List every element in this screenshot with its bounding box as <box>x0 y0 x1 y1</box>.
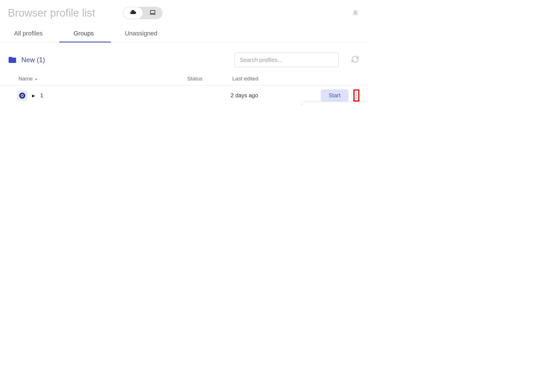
last-edited-cell: 2 days ago <box>231 92 298 99</box>
column-name[interactable]: Name ▲ <box>19 76 187 82</box>
group-folder[interactable]: New (1) <box>8 55 45 64</box>
search-wrap <box>235 53 339 67</box>
toolbar: New (1) <box>0 42 367 72</box>
row-menu-button[interactable] <box>353 89 359 102</box>
tab-groups[interactable]: Groups <box>59 25 111 42</box>
column-name-label: Name <box>19 76 33 82</box>
column-status[interactable]: Status <box>187 76 232 82</box>
profile-cell[interactable]: ▶ 1 <box>17 90 186 101</box>
tab-unassigned[interactable]: Unassigned <box>111 25 174 42</box>
more-icon <box>356 92 357 99</box>
page-title: Browser profile list <box>8 7 95 19</box>
svg-rect-0 <box>150 10 155 13</box>
tab-all-profiles[interactable]: All profiles <box>0 25 59 42</box>
folder-icon <box>8 55 17 64</box>
cloud-icon <box>130 9 136 17</box>
table-header: Name ▲ Status Last edited <box>0 72 367 85</box>
svg-point-3 <box>21 95 23 96</box>
expand-icon[interactable]: ▶ <box>32 93 35 98</box>
notifications-button[interactable] <box>351 8 359 17</box>
refresh-icon <box>351 55 359 65</box>
table-row: ▶ 1 2 days ago Start Edit Move to group … <box>0 85 367 105</box>
toggle-cloud[interactable] <box>123 7 143 19</box>
header: Browser profile list <box>0 0 367 25</box>
context-menu: Edit Move to group Transfer Clone Run Co… <box>303 102 367 105</box>
bell-icon <box>351 12 359 17</box>
sort-asc-icon: ▲ <box>35 77 38 80</box>
column-last-edited[interactable]: Last edited <box>232 76 300 82</box>
profile-name: 1 <box>40 92 43 99</box>
toggle-local[interactable] <box>143 7 163 19</box>
refresh-button[interactable] <box>351 55 359 65</box>
search-input[interactable] <box>235 53 339 67</box>
menu-edit[interactable]: Edit <box>303 102 367 105</box>
start-button[interactable]: Start <box>321 89 348 102</box>
profile-avatar <box>17 90 28 101</box>
group-name: New (1) <box>21 56 45 64</box>
laptop-icon <box>149 9 156 17</box>
row-actions: Start <box>321 89 359 102</box>
tabs: All profiles Groups Unassigned <box>0 25 367 42</box>
cloud-local-toggle[interactable] <box>123 7 163 19</box>
